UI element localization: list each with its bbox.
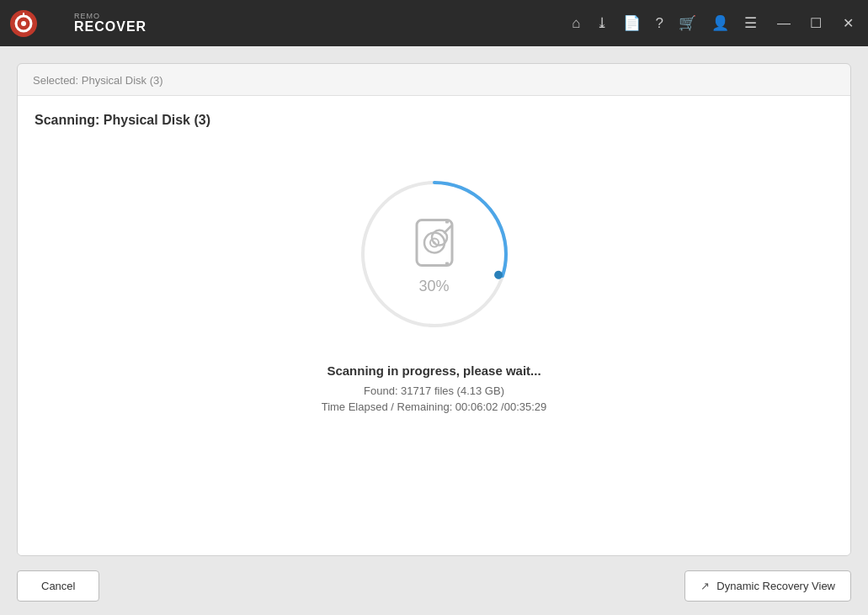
selected-disk-label: Selected: Physical Disk (3) (33, 74, 163, 87)
scan-card: Selected: Physical Disk (3) Scanning: Ph… (17, 63, 851, 556)
svg-point-2 (21, 21, 26, 26)
menu-icon[interactable]: ☰ (744, 14, 757, 32)
user-icon[interactable]: 👤 (711, 14, 729, 32)
home-icon[interactable]: ⌂ (572, 15, 580, 32)
logo-text: remo RECOVER (74, 13, 146, 34)
card-header: Selected: Physical Disk (3) (18, 64, 850, 96)
maximize-button[interactable]: ☐ (806, 15, 826, 31)
status-main-text: Scanning in progress, please wait... (327, 363, 541, 378)
progress-percent: 30% (418, 278, 449, 295)
svg-rect-11 (445, 220, 449, 224)
svg-line-9 (445, 226, 451, 233)
circular-progress: 30% (350, 170, 519, 338)
found-text: Found: 31717 files (4.13 GB) (364, 384, 504, 397)
file-icon[interactable]: 📄 (623, 14, 641, 32)
download-icon[interactable]: ⤓ (596, 14, 608, 32)
cancel-button[interactable]: Cancel (17, 570, 99, 602)
minimize-button[interactable]: — (774, 16, 794, 31)
title-bar: remo RECOVER ⌂ ⤓ 📄 ? 🛒 👤 ☰ — ☐ ✕ (0, 0, 868, 46)
help-icon[interactable]: ? (656, 15, 663, 32)
progress-inner: 30% (405, 214, 464, 295)
progress-container: 30% (350, 170, 519, 338)
cart-icon[interactable]: 🛒 (679, 14, 696, 32)
dynamic-recovery-view-label: Dynamic Recovery View (716, 580, 835, 592)
logo-recover: RECOVER (74, 20, 146, 34)
main-content: Selected: Physical Disk (3) Scanning: Ph… (0, 46, 868, 556)
time-text: Time Elapsed / Remaining: 00:06:02 /00:3… (322, 400, 547, 413)
scan-title: Scanning: Physical Disk (3) (35, 113, 210, 128)
close-button[interactable]: ✕ (838, 15, 858, 31)
dynamic-recovery-view-button[interactable]: ↗ Dynamic Recovery View (684, 570, 851, 602)
window-controls: — ☐ ✕ (774, 15, 858, 31)
card-body: Scanning: Physical Disk (3) (18, 96, 850, 555)
logo-icon (10, 10, 37, 37)
hdd-icon (405, 214, 464, 273)
expand-icon: ↗ (700, 580, 710, 592)
svg-rect-10 (445, 262, 449, 266)
bottom-bar: Cancel ↗ Dynamic Recovery View (0, 556, 868, 615)
toolbar-icons: ⌂ ⤓ 📄 ? 🛒 👤 ☰ (572, 14, 757, 32)
app-logo: remo RECOVER (10, 10, 146, 37)
